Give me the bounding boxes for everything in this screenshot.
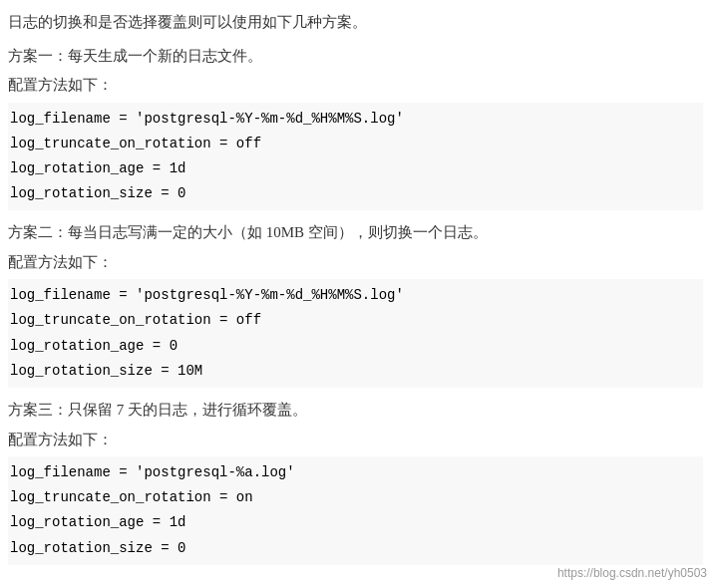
section-1-code-block: log_filename = 'postgresql-%Y-%m-%d_%H%M… [8,103,703,211]
section-1-code-line-1: log_filename = 'postgresql-%Y-%m-%d_%H%M… [8,107,703,132]
section-2-config-label: 配置方法如下： [8,250,703,276]
section-3-code-line-3: log_rotation_age = 1d [8,510,703,535]
intro-text: 日志的切换和是否选择覆盖则可以使用如下几种方案。 [8,10,703,36]
section-2-code-line-2: log_truncate_on_rotation = off [8,308,703,333]
section-2-heading: 方案二：每当日志写满一定的大小（如 10MB 空间），则切换一个日志。 [8,220,703,246]
section-1-code-line-3: log_rotation_age = 1d [8,156,703,181]
section-3-code-block: log_filename = 'postgresql-%a.log'log_tr… [8,456,703,565]
section-2-code-line-1: log_filename = 'postgresql-%Y-%m-%d_%H%M… [8,283,703,308]
section-1-code-line-4: log_rotation_size = 0 [8,181,703,206]
section-2-code-line-3: log_rotation_age = 0 [8,334,703,359]
sections-container: 方案一：每天生成一个新的日志文件。配置方法如下：log_filename = '… [8,44,703,565]
section-2-code-block: log_filename = 'postgresql-%Y-%m-%d_%H%M… [8,279,703,388]
section-3-code-line-2: log_truncate_on_rotation = on [8,485,703,510]
watermark-text: https://blog.csdn.net/yh0503 [557,566,707,580]
section-3: 方案三：只保留 7 天的日志，进行循环覆盖。配置方法如下：log_filenam… [8,398,703,565]
section-2: 方案二：每当日志写满一定的大小（如 10MB 空间），则切换一个日志。配置方法如… [8,220,703,388]
section-3-code-line-1: log_filename = 'postgresql-%a.log' [8,460,703,485]
intro-content: 日志的切换和是否选择覆盖则可以使用如下几种方案。 [8,14,367,30]
section-3-code-line-4: log_rotation_size = 0 [8,536,703,561]
section-3-heading: 方案三：只保留 7 天的日志，进行循环覆盖。 [8,398,703,424]
watermark: https://blog.csdn.net/yh0503 [557,566,707,580]
section-3-config-label: 配置方法如下： [8,428,703,453]
section-1-config-label: 配置方法如下： [8,73,703,99]
section-2-code-line-4: log_rotation_size = 10M [8,359,703,384]
section-1-code-line-2: log_truncate_on_rotation = off [8,132,703,156]
section-1: 方案一：每天生成一个新的日志文件。配置方法如下：log_filename = '… [8,44,703,211]
section-1-heading: 方案一：每天生成一个新的日志文件。 [8,44,703,70]
